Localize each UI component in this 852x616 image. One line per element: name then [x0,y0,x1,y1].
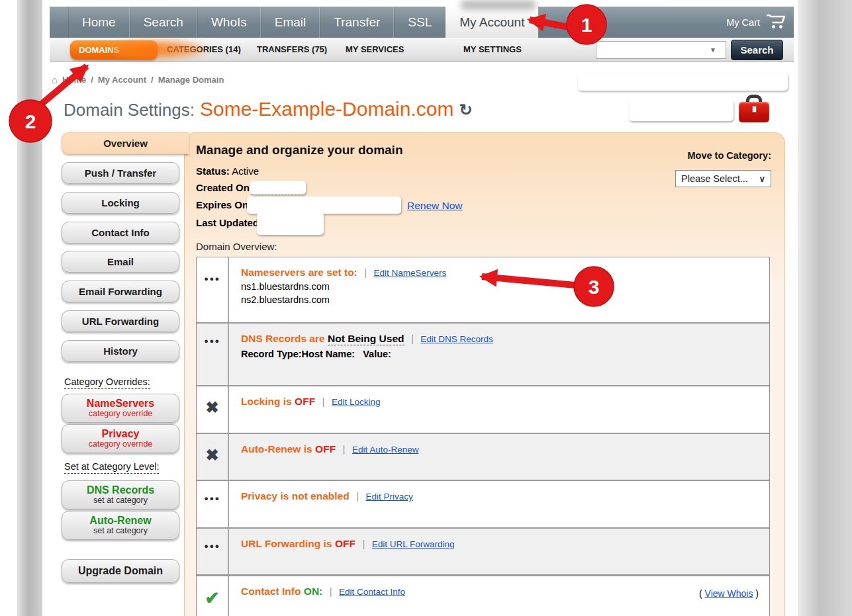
renew-now-link[interactable]: Renew Now [407,200,463,212]
my-cart-label: My Cart [726,17,760,28]
expires-on-line: Expires On [196,199,248,210]
sidebar-tab-locking[interactable]: Locking [62,192,179,214]
dns-records-title: DNS Records are [241,333,325,344]
refresh-icon[interactable]: ↻ [459,101,472,119]
contact-info-title: Contact Info [241,586,301,597]
overview-row-dns-records: ●●● DNS Records are Not Being Used | Edi… [197,324,769,386]
move-to-category-value: Please Select... [681,173,748,184]
nameserver-2: ns2.bluestardns.com [241,294,759,305]
dns-record-columns: Record Type:Host Name: Value: [241,349,759,359]
edit-url-forwarding-link[interactable]: Edit URL Forwarding [372,539,455,549]
status-line: Status: Active [196,165,259,177]
edit-contact-info-link[interactable]: Edit Contact Info [339,587,405,597]
redacted-field [578,73,788,91]
domain-overview-label: Domain Overview: [196,241,277,252]
paren-close: ) [755,588,759,599]
x-icon: ✖ [205,447,218,463]
expires-on-label: Expires On [196,199,248,210]
breadcrumb-home[interactable]: Home [62,75,86,85]
edit-auto-renew-link[interactable]: Edit Auto-Renew [352,445,419,455]
toolbox-latch [752,106,757,112]
nav-tab-ssl[interactable]: SSL [394,7,446,38]
subnav-item-categories[interactable]: CATEGORIES (14) [167,38,241,62]
status-label: Status: [196,165,230,177]
row-content: Privacy is not enabled | Edit Privacy [229,481,769,527]
toolbox-icon[interactable] [739,95,769,123]
sidebar-tab-push-transfer[interactable]: Push / Transfer [62,162,179,184]
dots-icon: ●●● [204,494,220,502]
nav-tab-email[interactable]: Email [261,7,320,38]
sidebar-button-upgrade-domain[interactable]: Upgrade Domain [62,559,179,583]
nameserver-1: ns1.bluestardns.com [241,281,759,292]
edit-dns-records-link[interactable]: Edit DNS Records [420,334,493,344]
dns-records-category-sub: set at category [93,496,148,505]
sidebar-button-nameservers-override[interactable]: NameServers category override [62,394,179,423]
row-icon-cell: ✖ [197,386,229,433]
move-to-category-select[interactable]: Please Select... ∨ [675,170,771,187]
edit-nameservers-link[interactable]: Edit NameServers [374,268,447,278]
move-to-category-label: Move to Category: [674,150,771,161]
row-icon-cell: ●●● [197,324,229,385]
row-content: Auto-Renew is OFF | Edit Auto-Renew [229,434,769,480]
dots-icon: ●●● [204,542,220,550]
sidebar-tab-email[interactable]: Email [62,251,179,273]
row-icon-cell: ●●● [197,529,229,574]
breadcrumb-my-account[interactable]: My Account [98,75,146,85]
sidebar-tab-url-forwarding[interactable]: URL Forwarding [62,310,179,332]
manage-domain-heading: Manage and organize your domain [196,143,403,157]
page-title-domain: Some-Example-Domain.com [200,98,453,120]
x-icon: ✖ [205,400,218,416]
redacted-field [629,99,734,121]
page: Home Search WhoIs Email Transfer SSL My … [0,0,852,616]
my-cart-button[interactable]: My Cart [726,7,786,38]
auto-renew-title: Auto-Renew is [241,443,312,455]
edit-privacy-link[interactable]: Edit Privacy [366,492,413,502]
edit-locking-link[interactable]: Edit Locking [332,397,381,407]
sub-navigation: DOMAINS CATEGORIES (14) TRANSFERS (75) M… [50,38,794,62]
subnav-item-my-services[interactable]: MY SERVICES [346,38,404,62]
nav-tab-home[interactable]: Home [68,7,130,38]
sidebar-button-dns-records-category[interactable]: DNS Records set at category [62,480,179,509]
nav-tab-search[interactable]: Search [130,7,197,38]
locking-title: Locking is [241,396,292,407]
nav-tab-transfer[interactable]: Transfer [320,7,394,38]
breadcrumb-separator: / [151,75,154,85]
row-icon-cell: ●●● [197,257,229,322]
view-whois-link[interactable]: View Whois [705,588,753,599]
domain-search-combobox[interactable]: ▼ [596,41,726,59]
subnav-item-domains[interactable]: DOMAINS [70,40,158,60]
separator: | [322,396,325,407]
auto-renew-category-title: Auto-Renew [89,515,151,527]
search-button[interactable]: Search [731,40,783,60]
dns-records-status: Not Being Used [328,333,404,345]
last-updated-label: Last Updated [196,217,259,228]
nav-tab-my-account[interactable]: My Account [446,7,538,38]
sidebar-tab-contact-info[interactable]: Contact Info [62,222,179,243]
left-gray-band [17,0,42,616]
sidebar-button-auto-renew-category[interactable]: Auto-Renew set at category [62,511,179,540]
separator: | [356,490,359,502]
nav-tab-whois[interactable]: WhoIs [197,7,261,38]
right-gray-band [798,0,852,616]
redacted-expiry-date [247,197,401,214]
breadcrumb: ⌂ Home / My Account / Manage Domain [52,74,224,85]
sidebar-tab-overview[interactable]: Overview [62,132,189,154]
view-whois-wrap: ( View Whois ) [699,588,759,599]
row-content: Contact Info ON: | Edit Contact Info [229,576,769,616]
dashed-underline [252,195,303,195]
sidebar-tab-history[interactable]: History [62,340,179,362]
overview-row-privacy: ●●● Privacy is not enabled | Edit Privac… [197,481,769,529]
subnav-item-transfers[interactable]: TRANSFERS (75) [257,38,327,62]
breadcrumb-manage-domain: Manage Domain [158,75,224,85]
last-updated-line: Last Updated [196,217,259,228]
sidebar-tab-email-forwarding[interactable]: Email Forwarding [62,281,179,302]
sidebar-button-privacy-override[interactable]: Privacy category override [62,424,179,453]
subnav-item-my-settings[interactable]: MY SETTINGS [463,38,522,62]
dots-icon: ●●● [204,337,220,345]
separator: | [343,443,346,455]
nameservers-title: Nameservers are set to: [241,267,357,278]
domain-overview-table: ●●● Nameservers are set to: | Edit NameS… [196,257,770,616]
overview-row-nameservers: ●●● Nameservers are set to: | Edit NameS… [197,257,769,324]
dots-icon: ●●● [204,275,220,283]
created-on-label: Created On: [196,182,253,193]
